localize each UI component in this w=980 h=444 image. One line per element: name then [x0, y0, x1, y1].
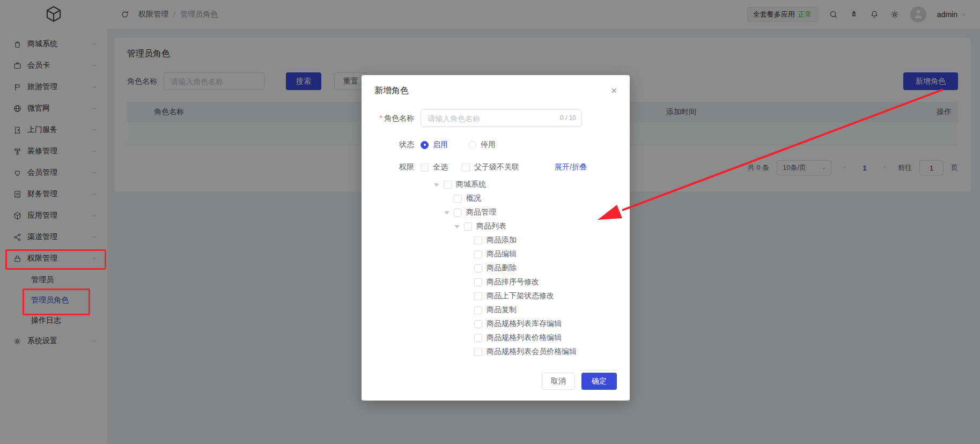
confirm-button[interactable]: 确定 [581, 373, 617, 390]
parent-child-unlink-checkbox[interactable]: 父子级不关联 [462, 162, 519, 172]
permissions-form-row: 权限 全选 父子级不关联 展开/折叠 [374, 162, 617, 172]
tree-node-label: 商品规格列表库存编辑 [487, 319, 562, 329]
checkbox-icon [421, 164, 429, 172]
tree-node-goods-sort[interactable]: 商品排序号修改 [434, 275, 617, 289]
tree-node-label: 商品编辑 [487, 249, 517, 259]
permissions-label: 权限 [374, 162, 414, 172]
tree-node-spec-price-edit[interactable]: 商品规格列表价格编辑 [434, 331, 617, 345]
checkbox-icon[interactable] [474, 334, 482, 342]
checkbox-icon[interactable] [454, 195, 462, 203]
modal-body: *角色名称 0 / 10 状态 启用 停用 权限 [362, 97, 630, 359]
checkbox-icon[interactable] [474, 292, 482, 300]
caret-down-icon[interactable] [444, 210, 450, 215]
caret-down-icon[interactable] [434, 182, 439, 187]
cancel-button[interactable]: 取消 [542, 373, 575, 390]
required-asterisk: * [380, 114, 382, 122]
checkbox-icon[interactable] [474, 306, 482, 314]
modal-footer: 取消 确定 [529, 373, 630, 401]
radio-dot-icon [468, 141, 476, 149]
tree-node-label: 商品添加 [487, 235, 517, 245]
tree-node-spec-member-price-edit[interactable]: 商品规格列表会员价格编辑 [434, 345, 617, 359]
checkbox-icon[interactable] [474, 278, 482, 286]
tree-node-goods-edit[interactable]: 商品编辑 [434, 247, 617, 261]
expand-collapse-link[interactable]: 展开/折叠 [555, 162, 587, 172]
checkbox-icon [462, 164, 470, 172]
tree-node-goods-add[interactable]: 商品添加 [434, 233, 617, 247]
radio-enabled-label: 启用 [433, 140, 448, 150]
permission-tree: 商城系统 概况 商品管理 商品列表 [374, 177, 617, 359]
tree-node-mall-system[interactable]: 商城系统 [434, 177, 617, 191]
tree-node-goods-shelf-status[interactable]: 商品上下架状态修改 [434, 289, 617, 303]
tree-node-label: 商品列表 [476, 221, 506, 231]
check-all-checkbox[interactable]: 全选 [421, 162, 448, 172]
tree-node-label: 商品规格列表价格编辑 [487, 333, 562, 343]
tree-node-label: 商品上下架状态修改 [487, 291, 554, 301]
tree-node-overview[interactable]: 概况 [434, 191, 617, 205]
checkbox-icon[interactable] [474, 250, 482, 258]
parent-child-unlink-label: 父子级不关联 [474, 162, 519, 172]
checkbox-icon[interactable] [474, 264, 482, 272]
tree-node-goods-list[interactable]: 商品列表 [434, 219, 617, 233]
status-label: 状态 [374, 140, 414, 150]
radio-disabled-label: 停用 [481, 140, 496, 150]
tree-node-goods-mgmt[interactable]: 商品管理 [434, 205, 617, 219]
tree-node-label: 商品复制 [487, 305, 517, 315]
char-counter: 0 / 10 [560, 114, 576, 122]
tree-node-goods-copy[interactable]: 商品复制 [434, 303, 617, 317]
radio-disabled[interactable]: 停用 [468, 140, 496, 150]
checkbox-icon[interactable] [464, 223, 472, 231]
caret-down-icon[interactable] [454, 224, 460, 229]
tree-node-label: 概况 [466, 194, 481, 203]
tree-node-goods-delete[interactable]: 商品删除 [434, 261, 617, 275]
checkbox-icon[interactable] [474, 320, 482, 328]
role-name-input-wrap: 0 / 10 [421, 109, 581, 127]
role-name-form-row: *角色名称 0 / 10 [374, 109, 617, 127]
modal-header: 新增角色 × [362, 75, 630, 97]
close-icon[interactable]: × [611, 85, 617, 95]
tree-node-label: 商品排序号修改 [487, 277, 539, 287]
tree-node-label: 商品删除 [487, 263, 517, 273]
status-form-row: 状态 启用 停用 [374, 140, 617, 150]
add-role-modal: 新增角色 × *角色名称 0 / 10 状态 启用 停用 [362, 75, 630, 401]
checkbox-icon[interactable] [474, 348, 482, 356]
role-name-label: *角色名称 [374, 114, 414, 123]
tree-node-label: 商品规格列表会员价格编辑 [487, 347, 577, 357]
admin-app: 商城系统 会员卡 旅游管理 微官网 上门服务 [0, 0, 980, 444]
tree-node-label: 商城系统 [456, 180, 486, 189]
radio-dot-icon [421, 141, 429, 149]
checkbox-icon[interactable] [474, 236, 482, 245]
radio-enabled[interactable]: 启用 [421, 140, 448, 150]
role-name-input[interactable] [421, 109, 581, 127]
checkbox-icon[interactable] [454, 209, 462, 217]
tree-node-spec-stock-edit[interactable]: 商品规格列表库存编辑 [434, 317, 617, 331]
checkbox-icon[interactable] [444, 181, 452, 189]
tree-node-label: 商品管理 [466, 208, 496, 217]
modal-title: 新增角色 [374, 85, 409, 97]
check-all-label: 全选 [433, 162, 448, 172]
